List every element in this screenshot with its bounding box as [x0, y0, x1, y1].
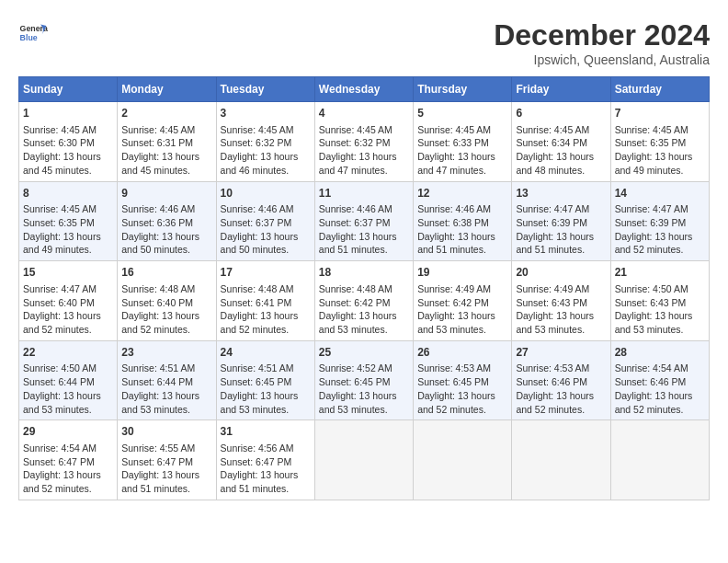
day-number: 13 — [516, 186, 606, 201]
calendar-cell: 26Sunrise: 4:53 AM Sunset: 6:45 PM Dayli… — [414, 340, 512, 420]
day-info: Sunrise: 4:50 AM Sunset: 6:43 PM Dayligh… — [615, 282, 705, 337]
day-info: Sunrise: 4:45 AM Sunset: 6:35 PM Dayligh… — [23, 202, 113, 257]
weekday-header: Sunday — [19, 77, 118, 102]
calendar-cell: 9Sunrise: 4:46 AM Sunset: 6:36 PM Daylig… — [118, 181, 216, 261]
calendar-cell: 10Sunrise: 4:46 AM Sunset: 6:37 PM Dayli… — [216, 181, 314, 261]
day-info: Sunrise: 4:47 AM Sunset: 6:40 PM Dayligh… — [23, 282, 113, 337]
day-info: Sunrise: 4:46 AM Sunset: 6:37 PM Dayligh… — [221, 202, 311, 257]
calendar-cell: 28Sunrise: 4:54 AM Sunset: 6:46 PM Dayli… — [610, 340, 709, 420]
day-info: Sunrise: 4:52 AM Sunset: 6:45 PM Dayligh… — [319, 362, 409, 416]
page-header: General Blue December 2024 Ipswich, Quee… — [18, 18, 710, 67]
calendar-cell: 23Sunrise: 4:51 AM Sunset: 6:44 PM Dayli… — [118, 340, 216, 420]
logo-icon: General Blue — [18, 18, 48, 48]
day-number: 19 — [417, 265, 507, 281]
calendar-cell — [610, 420, 709, 500]
day-number: 29 — [23, 424, 113, 440]
calendar-cell — [414, 420, 512, 500]
day-number: 25 — [319, 345, 409, 361]
day-number: 11 — [319, 186, 409, 201]
day-number: 23 — [121, 345, 211, 361]
calendar-cell: 31Sunrise: 4:56 AM Sunset: 6:47 PM Dayli… — [216, 420, 314, 500]
calendar-cell: 13Sunrise: 4:47 AM Sunset: 6:39 PM Dayli… — [512, 181, 610, 261]
calendar-cell: 20Sunrise: 4:49 AM Sunset: 6:43 PM Dayli… — [512, 261, 610, 341]
weekday-header: Tuesday — [216, 77, 314, 102]
calendar-cell: 12Sunrise: 4:46 AM Sunset: 6:38 PM Dayli… — [414, 181, 512, 261]
calendar-cell: 6Sunrise: 4:45 AM Sunset: 6:34 PM Daylig… — [512, 102, 610, 182]
day-number: 1 — [23, 106, 113, 121]
day-number: 4 — [319, 106, 409, 121]
day-number: 24 — [221, 345, 311, 361]
day-info: Sunrise: 4:50 AM Sunset: 6:44 PM Dayligh… — [23, 362, 113, 416]
day-number: 8 — [23, 186, 113, 201]
calendar-cell: 21Sunrise: 4:50 AM Sunset: 6:43 PM Dayli… — [610, 261, 709, 341]
calendar-cell: 18Sunrise: 4:48 AM Sunset: 6:42 PM Dayli… — [314, 261, 413, 341]
calendar-cell: 8Sunrise: 4:45 AM Sunset: 6:35 PM Daylig… — [19, 181, 118, 261]
calendar-week-row: 15Sunrise: 4:47 AM Sunset: 6:40 PM Dayli… — [19, 261, 710, 341]
day-number: 27 — [516, 345, 606, 361]
calendar-cell: 16Sunrise: 4:48 AM Sunset: 6:40 PM Dayli… — [118, 261, 216, 341]
day-number: 6 — [516, 106, 606, 121]
calendar-cell: 5Sunrise: 4:45 AM Sunset: 6:33 PM Daylig… — [414, 102, 512, 182]
day-number: 2 — [121, 106, 211, 121]
day-number: 21 — [615, 265, 705, 281]
calendar-cell: 7Sunrise: 4:45 AM Sunset: 6:35 PM Daylig… — [610, 102, 709, 182]
day-number: 28 — [615, 345, 705, 361]
day-info: Sunrise: 4:45 AM Sunset: 6:32 PM Dayligh… — [221, 123, 311, 178]
calendar-cell: 22Sunrise: 4:50 AM Sunset: 6:44 PM Dayli… — [19, 340, 118, 420]
day-number: 31 — [221, 424, 311, 440]
calendar-cell: 15Sunrise: 4:47 AM Sunset: 6:40 PM Dayli… — [19, 261, 118, 341]
day-number: 7 — [615, 106, 705, 121]
day-info: Sunrise: 4:48 AM Sunset: 6:42 PM Dayligh… — [319, 282, 409, 337]
day-info: Sunrise: 4:54 AM Sunset: 6:46 PM Dayligh… — [615, 362, 705, 416]
title-block: December 2024 Ipswich, Queensland, Austr… — [494, 18, 710, 67]
logo: General Blue — [18, 18, 48, 48]
calendar-week-row: 22Sunrise: 4:50 AM Sunset: 6:44 PM Dayli… — [19, 340, 710, 420]
day-info: Sunrise: 4:47 AM Sunset: 6:39 PM Dayligh… — [615, 202, 705, 257]
day-info: Sunrise: 4:46 AM Sunset: 6:37 PM Dayligh… — [319, 202, 409, 257]
day-info: Sunrise: 4:49 AM Sunset: 6:43 PM Dayligh… — [516, 282, 606, 337]
calendar-cell — [512, 420, 610, 500]
weekday-header: Friday — [512, 77, 610, 102]
calendar-cell: 14Sunrise: 4:47 AM Sunset: 6:39 PM Dayli… — [610, 181, 709, 261]
day-info: Sunrise: 4:54 AM Sunset: 6:47 PM Dayligh… — [23, 442, 113, 496]
calendar-cell: 4Sunrise: 4:45 AM Sunset: 6:32 PM Daylig… — [314, 102, 413, 182]
day-info: Sunrise: 4:45 AM Sunset: 6:33 PM Dayligh… — [417, 123, 507, 178]
day-number: 20 — [516, 265, 606, 281]
weekday-header: Thursday — [414, 77, 512, 102]
day-number: 18 — [319, 265, 409, 281]
day-number: 15 — [23, 265, 113, 281]
calendar-cell: 27Sunrise: 4:53 AM Sunset: 6:46 PM Dayli… — [512, 340, 610, 420]
weekday-header: Saturday — [610, 77, 709, 102]
month-title: December 2024 — [494, 18, 710, 52]
day-info: Sunrise: 4:49 AM Sunset: 6:42 PM Dayligh… — [417, 282, 507, 337]
day-info: Sunrise: 4:45 AM Sunset: 6:31 PM Dayligh… — [121, 123, 211, 178]
day-info: Sunrise: 4:46 AM Sunset: 6:36 PM Dayligh… — [121, 202, 211, 257]
day-info: Sunrise: 4:46 AM Sunset: 6:38 PM Dayligh… — [417, 202, 507, 257]
calendar-cell: 19Sunrise: 4:49 AM Sunset: 6:42 PM Dayli… — [414, 261, 512, 341]
calendar-cell: 2Sunrise: 4:45 AM Sunset: 6:31 PM Daylig… — [118, 102, 216, 182]
weekday-header-row: SundayMondayTuesdayWednesdayThursdayFrid… — [19, 77, 710, 102]
calendar-table: SundayMondayTuesdayWednesdayThursdayFrid… — [18, 76, 710, 500]
day-info: Sunrise: 4:45 AM Sunset: 6:35 PM Dayligh… — [615, 123, 705, 178]
day-number: 9 — [121, 186, 211, 201]
day-info: Sunrise: 4:48 AM Sunset: 6:41 PM Dayligh… — [221, 282, 311, 337]
calendar-cell: 3Sunrise: 4:45 AM Sunset: 6:32 PM Daylig… — [216, 102, 314, 182]
calendar-cell: 30Sunrise: 4:55 AM Sunset: 6:47 PM Dayli… — [118, 420, 216, 500]
day-number: 22 — [23, 345, 113, 361]
location: Ipswich, Queensland, Australia — [494, 52, 710, 67]
calendar-cell: 1Sunrise: 4:45 AM Sunset: 6:30 PM Daylig… — [19, 102, 118, 182]
calendar-week-row: 8Sunrise: 4:45 AM Sunset: 6:35 PM Daylig… — [19, 181, 710, 261]
day-number: 12 — [417, 186, 507, 201]
day-number: 10 — [221, 186, 311, 201]
calendar-cell: 11Sunrise: 4:46 AM Sunset: 6:37 PM Dayli… — [314, 181, 413, 261]
weekday-header: Monday — [118, 77, 216, 102]
day-number: 3 — [221, 106, 311, 121]
day-info: Sunrise: 4:47 AM Sunset: 6:39 PM Dayligh… — [516, 202, 606, 257]
day-info: Sunrise: 4:53 AM Sunset: 6:45 PM Dayligh… — [417, 362, 507, 416]
day-number: 30 — [121, 424, 211, 440]
calendar-cell: 24Sunrise: 4:51 AM Sunset: 6:45 PM Dayli… — [216, 340, 314, 420]
day-info: Sunrise: 4:45 AM Sunset: 6:32 PM Dayligh… — [319, 123, 409, 178]
day-info: Sunrise: 4:56 AM Sunset: 6:47 PM Dayligh… — [221, 442, 311, 496]
day-info: Sunrise: 4:45 AM Sunset: 6:34 PM Dayligh… — [516, 123, 606, 178]
calendar-cell — [314, 420, 413, 500]
